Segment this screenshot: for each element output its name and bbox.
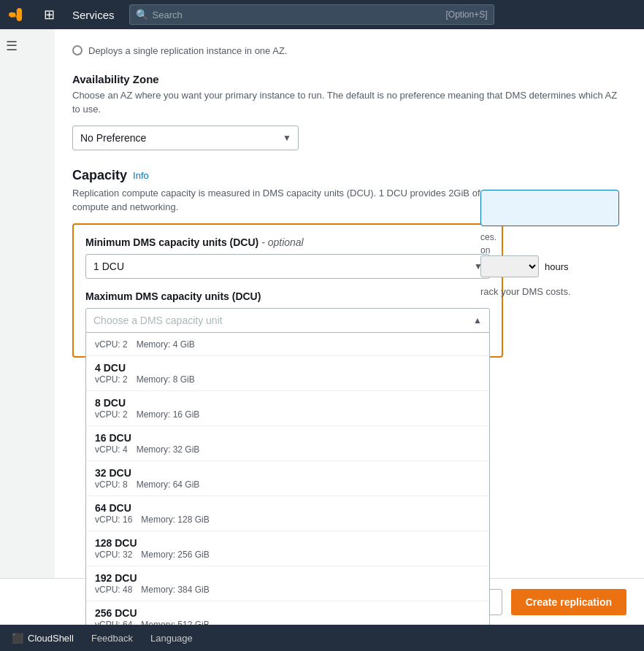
create-replication-button[interactable]: Create replication [511,589,626,615]
dcu-item-192dcu[interactable]: 192 DCU vCPU: 48 Memory: 384 GiB [86,566,489,601]
single-az-section: Deploys a single replication instance in… [72,44,626,58]
dcu-dropdown-list: vCPU: 2 Memory: 4 GiB 4 DCU vCPU: 2 Memo… [85,333,490,625]
min-dcu-dropdown-container: 1 DCU ▼ [85,254,490,279]
capacity-box: Minimum DMS capacity units (DCU) - optio… [72,223,503,358]
dcu-item-16dcu[interactable]: 16 DCU vCPU: 4 Memory: 32 GiB [86,426,489,461]
search-bar[interactable]: 🔍 [Option+S] [129,4,494,25]
main-content: Deploys a single replication instance in… [55,29,644,625]
dcu-128-memory: Memory: 256 GiB [141,550,209,560]
availability-zone-section: Availability Zone Choose an AZ where you… [72,73,626,150]
capacity-title: Capacity [72,168,127,183]
az-label: Availability Zone [72,73,626,85]
dcu-64-label: 64 DCU [95,502,480,514]
min-dcu-dropdown[interactable]: 1 DCU [85,254,490,279]
search-icon: 🔍 [136,9,148,20]
dcu-32-memory: Memory: 64 GiB [137,479,200,490]
max-dcu-trigger[interactable]: Choose a DMS capacity unit ▲ [85,308,490,333]
dcu-16-vcpu: vCPU: 4 [95,444,128,455]
dcu-256-label: 256 DCU [95,607,480,619]
max-dcu-dropdown-container: Choose a DMS capacity unit ▲ vCPU: 2 Mem… [85,308,490,333]
dcu-32-vcpu: vCPU: 8 [95,479,128,490]
max-dcu-arrow: ▲ [473,315,482,326]
dcu-item-256dcu[interactable]: 256 DCU vCPU: 64 Memory: 512 GiB [86,601,489,625]
dcu-4-memory: Memory: 8 GiB [137,374,195,385]
dcu-item-64dcu[interactable]: 64 DCU vCPU: 16 Memory: 128 GiB [86,496,489,531]
right-on-text: on [480,245,626,255]
dcu-2-vcpu: vCPU: 2 [95,339,128,350]
capacity-info-link[interactable]: Info [133,170,149,181]
max-dcu-placeholder: Choose a DMS capacity unit [93,315,223,326]
capacity-header: Capacity Info [72,168,626,183]
dcu-16-label: 16 DCU [95,432,480,444]
dcu-256-memory: Memory: 512 GiB [141,620,209,625]
right-ces-text: ces. [480,232,626,242]
dcu-2-memory: Memory: 4 GiB [137,339,195,350]
svg-text:aws: aws [10,12,20,19]
single-az-radio[interactable] [72,45,83,55]
dcu-item-8dcu[interactable]: 8 DCU vCPU: 2 Memory: 16 GiB [86,391,489,426]
right-track-text: rack your DMS costs. [480,286,626,297]
aws-logo[interactable]: aws [9,3,32,26]
search-input[interactable] [153,9,442,20]
dcu-16-memory: Memory: 32 GiB [137,444,200,455]
dcu-64-vcpu: vCPU: 16 [95,515,132,525]
grid-icon[interactable]: ⊞ [41,4,58,26]
search-shortcut: [Option+S] [445,9,487,20]
max-dcu-subsection: Maximum DMS capacity units (DCU) Choose … [85,290,490,333]
dcu-8-memory: Memory: 16 GiB [137,409,200,420]
dcu-192-label: 192 DCU [95,572,480,584]
dcu-64-memory: Memory: 128 GiB [141,515,209,525]
dcu-4-label: 4 DCU [95,362,480,374]
right-blue-box [480,190,619,226]
dcu-item-2dcu[interactable]: vCPU: 2 Memory: 4 GiB [86,333,489,356]
optional-text: - optional [261,236,304,248]
dcu-item-4dcu[interactable]: 4 DCU vCPU: 2 Memory: 8 GiB [86,356,489,391]
az-subdesc: Choose an AZ where you want your primary… [72,88,626,117]
right-input-row: hours [480,255,626,277]
az-dropdown-value: No Preference [80,132,146,144]
right-select[interactable] [480,255,539,277]
dcu-32-label: 32 DCU [95,467,480,479]
dcu-4-vcpu: vCPU: 2 [95,374,128,385]
dcu-8-vcpu: vCPU: 2 [95,409,128,420]
dcu-192-memory: Memory: 384 GiB [141,585,209,595]
min-dcu-subsection: Minimum DMS capacity units (DCU) - optio… [85,236,490,279]
dcu-128-vcpu: vCPU: 32 [95,550,132,560]
dcu-8-label: 8 DCU [95,397,480,409]
max-dcu-label: Maximum DMS capacity units (DCU) [85,290,490,302]
top-navigation: aws ⊞ Services 🔍 [Option+S] [0,0,644,29]
az-dropdown[interactable]: No Preference [72,126,299,150]
hours-label: hours [545,261,569,272]
sidebar-toggle[interactable]: ☰ [6,38,18,54]
right-panel: ces. on hours rack your DMS costs. [480,190,626,297]
single-az-desc: Deploys a single replication instance in… [88,44,287,58]
services-nav[interactable]: Services [66,6,120,24]
dcu-item-128dcu[interactable]: 128 DCU vCPU: 32 Memory: 256 GiB [86,531,489,566]
min-dcu-value: 1 DCU [93,261,124,272]
az-dropdown-container: No Preference ▼ [72,126,299,150]
dcu-128-label: 128 DCU [95,537,480,549]
dcu-192-vcpu: vCPU: 48 [95,585,132,595]
min-dcu-label: Minimum DMS capacity units (DCU) - optio… [85,236,490,248]
dcu-item-32dcu[interactable]: 32 DCU vCPU: 8 Memory: 64 GiB [86,461,489,496]
dcu-256-vcpu: vCPU: 64 [95,620,132,625]
